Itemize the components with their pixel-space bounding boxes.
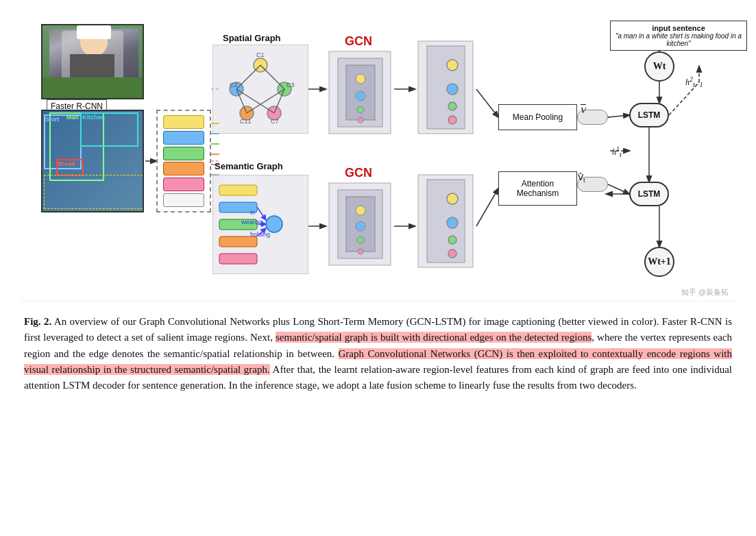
spatial-graph-label: Spatial Graph xyxy=(223,33,281,43)
caption-area: Fig. 2. An overview of our Graph Convolu… xyxy=(21,314,735,393)
svg-rect-80 xyxy=(427,180,465,263)
svg-text:C11: C11 xyxy=(240,118,252,125)
feature-bars-region xyxy=(156,110,211,212)
svg-point-64 xyxy=(357,106,364,113)
watermark: 知乎 @装备拓 xyxy=(681,287,729,297)
svg-point-82 xyxy=(447,217,458,228)
gcn-block-top-svg xyxy=(326,48,394,137)
gcn-output-top-svg xyxy=(415,38,476,137)
bar-orange xyxy=(163,162,204,175)
gcn-label-bot: GCN xyxy=(345,166,372,180)
svg-point-76 xyxy=(447,84,458,95)
svg-point-63 xyxy=(356,91,365,101)
bar-white xyxy=(163,193,204,207)
shirt-label: Shirt xyxy=(45,116,60,123)
input-sentence-box: input sentence "a man in a white shirt i… xyxy=(610,21,747,51)
gcn-block-bot-svg xyxy=(326,180,394,269)
svg-rect-74 xyxy=(427,46,465,129)
v-overline: V xyxy=(581,105,586,115)
svg-text:in: in xyxy=(250,209,255,216)
bar-yellow xyxy=(163,115,204,129)
svg-line-18 xyxy=(608,184,629,194)
svg-point-75 xyxy=(447,60,458,71)
svg-point-83 xyxy=(448,236,456,244)
input-sentence-text: "a man in a white shirt is making food i… xyxy=(615,32,742,47)
svg-point-52 xyxy=(266,216,282,232)
svg-point-77 xyxy=(448,102,456,110)
svg-text:C3: C3 xyxy=(286,82,295,88)
input-sentence-title: input sentence xyxy=(615,24,742,32)
svg-rect-50 xyxy=(219,236,257,247)
diagram-area: Faster R-CNN Shirt Man Bread Kitchen xyxy=(21,14,735,302)
svg-point-81 xyxy=(447,193,458,204)
bar-blue xyxy=(163,131,204,145)
svg-rect-47 xyxy=(219,185,257,195)
wt-circle: Wt xyxy=(644,51,674,82)
fig-label: Fig. 2. xyxy=(24,316,51,327)
svg-point-71 xyxy=(357,236,364,243)
v-bar-label: V xyxy=(581,105,586,116)
h1-label: h1t xyxy=(612,145,622,158)
vhat-text: V̂t xyxy=(578,173,585,182)
svg-rect-51 xyxy=(219,254,257,264)
svg-line-19 xyxy=(608,115,629,117)
attention-label: AttentionMechanism xyxy=(517,179,559,199)
mean-pooling-box: Mean Pooling xyxy=(498,104,577,130)
vhat-label: V̂t xyxy=(578,173,585,184)
svg-point-70 xyxy=(356,221,365,231)
kitchen-label: Kitchen xyxy=(82,114,105,121)
spatial-graph-svg: C1 C2 C3 C11 C7 xyxy=(212,45,308,134)
bar-green xyxy=(163,147,204,160)
caption-highlight-1: semantic/spatial graph is built with dir… xyxy=(276,332,592,343)
svg-line-15 xyxy=(476,89,498,117)
annotated-image: Shirt Man Bread Kitchen xyxy=(41,110,144,212)
figure-container: Faster R-CNN Shirt Man Bread Kitchen xyxy=(21,14,735,393)
semantic-graph-svg: in wearing holding xyxy=(212,175,308,274)
bar-pink xyxy=(163,178,204,191)
svg-text:C7: C7 xyxy=(271,118,279,125)
svg-line-16 xyxy=(476,188,498,226)
svg-text:C2: C2 xyxy=(230,82,238,88)
gcn-output-bot-svg xyxy=(415,171,476,271)
lstm-bottom: LSTM xyxy=(629,182,669,206)
svg-point-69 xyxy=(356,206,365,215)
attention-mechanism-box: AttentionMechanism xyxy=(498,171,577,206)
svg-text:C1: C1 xyxy=(256,51,265,58)
gcn-label-top: GCN xyxy=(345,34,372,49)
svg-point-78 xyxy=(448,116,456,124)
h2-label: h2t−1 xyxy=(685,75,703,88)
svg-point-62 xyxy=(356,74,365,84)
lstm-top: LSTM xyxy=(629,103,669,127)
svg-text:wearing: wearing xyxy=(241,219,263,226)
svg-point-65 xyxy=(358,117,363,123)
svg-point-72 xyxy=(358,249,363,254)
semantic-graph-label: Semantic Graph xyxy=(215,161,283,171)
wt1-circle: Wt+1 xyxy=(644,247,674,277)
input-image xyxy=(41,24,144,99)
bread-label: Bread xyxy=(58,160,75,167)
svg-point-84 xyxy=(448,249,456,258)
man-label: Man xyxy=(66,114,79,121)
svg-text:holding: holding xyxy=(250,231,270,238)
